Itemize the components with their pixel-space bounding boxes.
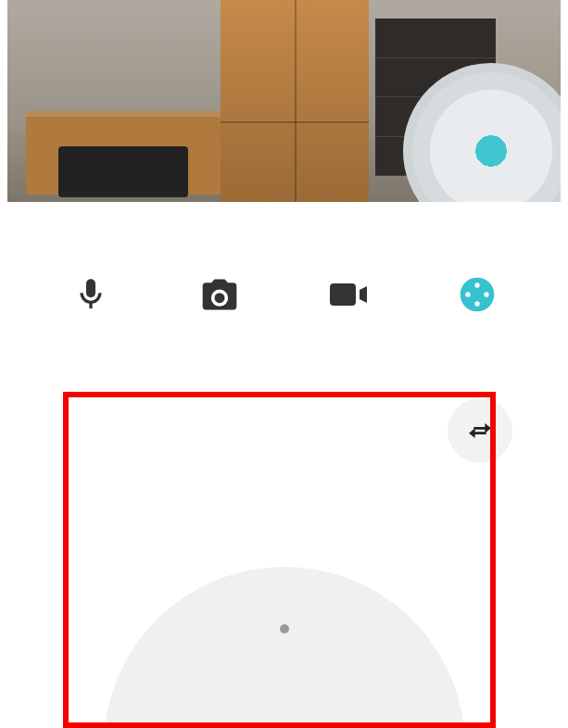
record-button[interactable] xyxy=(321,267,376,322)
snapshot-button[interactable] xyxy=(192,267,247,322)
ptz-icon xyxy=(459,276,496,313)
scene-box xyxy=(58,146,188,197)
svg-point-4 xyxy=(485,292,489,296)
ptz-panel xyxy=(7,387,561,728)
svg-point-3 xyxy=(466,292,471,296)
camera-icon xyxy=(199,274,240,315)
scene-cabinet xyxy=(221,0,369,202)
swap-horiz-icon xyxy=(465,416,495,446)
camera-app-screen xyxy=(0,0,568,728)
ptz-button[interactable] xyxy=(449,267,505,322)
svg-point-2 xyxy=(475,301,480,306)
ptz-direction-pad[interactable] xyxy=(104,567,465,728)
ptz-up-dot[interactable] xyxy=(280,624,289,634)
svg-point-1 xyxy=(475,282,480,287)
mic-icon xyxy=(72,276,109,313)
camera-toolbar xyxy=(7,202,561,387)
svg-point-0 xyxy=(461,278,495,312)
video-icon xyxy=(326,272,371,317)
mic-button[interactable] xyxy=(63,267,119,322)
ptz-mode-swap-button[interactable] xyxy=(448,398,512,463)
camera-live-feed[interactable] xyxy=(7,0,561,202)
